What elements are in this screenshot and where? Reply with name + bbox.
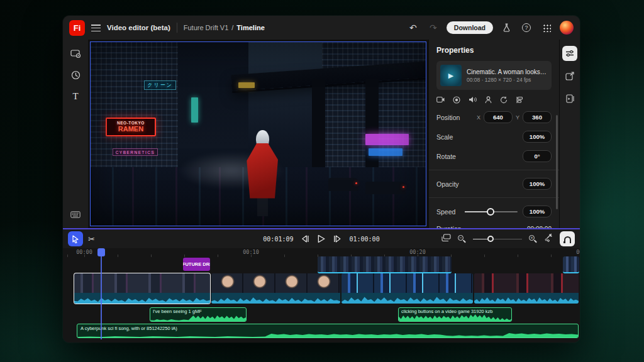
opacity-label: Opacity [436,180,523,188]
opacity-row: Opacity 100% [436,178,552,190]
razor-icon[interactable] [544,233,553,244]
right-toolbar [559,40,580,228]
video-preview-canvas[interactable]: クリーン NEO-TOKYO RAMEN CYBERNETICS [90,41,426,226]
x-axis-label: X [477,114,480,121]
text-clip[interactable]: FUTURE DRI [183,258,210,271]
help-icon[interactable]: ? [519,21,533,35]
video-clip-1[interactable] [74,273,210,304]
media-icon[interactable] [69,47,82,60]
next-frame-icon[interactable] [333,235,342,243]
app-title: Video editor (beta) [107,24,170,31]
timeline[interactable]: 00:00 00:10 00:20 00:30 FUTURE DRI [63,248,580,343]
video-clip-2[interactable] [211,273,340,304]
breadcrumb-project[interactable]: Future Drift V1 [184,24,229,31]
speaker-icon[interactable] [469,96,477,104]
snap-magnet-icon[interactable] [560,231,575,246]
position-y-input[interactable]: 360 [523,111,552,123]
video-clip-3[interactable] [341,273,473,304]
ruler-tick: 00:00 [76,249,92,255]
clip-thumbnail: ▶ [440,65,462,86]
undo-icon[interactable]: ↶ [406,21,420,35]
preview-area: クリーン NEO-TOKYO RAMEN CYBERNETICS [88,40,428,228]
position-row: Position X 640 Y 360 [436,111,552,123]
record-icon[interactable] [453,96,460,104]
text-tool-icon[interactable]: T [69,90,82,102]
scale-label: Scale [436,133,523,141]
position-label: Position [436,114,474,121]
breadcrumb-page: Timeline [236,24,264,31]
timeline-ruler[interactable]: 00:00 00:10 00:20 00:30 [63,248,580,257]
timeline-zoom-slider[interactable] [473,236,522,242]
camera-icon[interactable] [436,96,445,104]
fit-timeline-icon[interactable] [441,233,451,244]
zoom-out-icon[interactable]: − [458,235,466,243]
prev-frame-icon[interactable] [301,235,310,243]
video-frame: クリーン NEO-TOKYO RAMEN CYBERNETICS [91,42,426,226]
properties-tab-icon[interactable] [562,46,577,61]
clip-meta: 00:08 · 1280 × 720 · 24 fps [467,77,548,83]
playhead-line[interactable] [101,249,102,339]
media-doc-icon[interactable] [562,91,577,106]
breadcrumb-separator: / [231,24,233,31]
timeline-zoom-controls: − + [441,231,575,246]
opacity-input[interactable]: 100% [523,178,552,190]
scale-input[interactable]: 100% [523,131,552,143]
audio-clip-1[interactable]: I've been seeing 1 gMF [150,307,247,322]
video-clip-4[interactable] [474,273,579,304]
ruler-tick: 00:30 [576,249,580,255]
ruler-tick: 00:20 [409,249,426,255]
breadcrumb[interactable]: Future Drift V1 / Timeline [184,24,265,31]
redo-icon[interactable]: ↷ [426,21,440,35]
topbar: Fi Video editor (beta) Future Drift V1 /… [63,16,580,40]
speed-slider[interactable] [465,208,518,216]
refresh-icon[interactable] [500,96,508,104]
history-clock-icon[interactable] [69,69,82,81]
total-timecode: 01:00:00 [350,236,380,243]
split-tool-icon[interactable]: ✂ [88,234,95,244]
y-axis-label: Y [516,114,519,121]
audio-clip-2[interactable]: clicking buttons on a video game 31920 k… [398,307,512,322]
export-share-icon[interactable] [562,69,577,84]
properties-title: Properties [436,46,552,55]
clip-card[interactable]: ▶ Cinematic. A woman looks a... v.ffgenv… [436,61,552,90]
speed-input[interactable]: 100% [523,206,552,217]
rotate-row: Rotate 0° [436,150,552,162]
position-x-input[interactable]: 640 [484,111,513,123]
properties-scrollbar[interactable] [556,115,558,209]
hamburger-menu-icon[interactable] [91,25,101,31]
download-button[interactable]: Download [447,21,493,34]
playhead-handle[interactable] [97,248,105,256]
music-clip[interactable]: A cyberpunk sci fi song, with or 8512422… [77,324,579,338]
zoom-in-icon[interactable]: + [529,235,537,243]
app-window: Fi Video editor (beta) Future Drift V1 /… [63,16,580,343]
rotate-input[interactable]: 0° [523,150,552,162]
rotate-label: Rotate [436,153,523,160]
firefly-logo[interactable]: Fi [69,20,85,36]
main-area: T クリーン NEO-TOKYO [63,40,580,228]
person-icon[interactable] [485,96,492,104]
overlay-video-clip[interactable] [318,256,452,273]
transport-bar: ✂ 00:01:09 01:00:00 − + [63,228,580,248]
clip-name: Cinematic. A woman looks a... v.ffgenvid [467,69,548,75]
flask-icon[interactable] [499,21,513,35]
storyboard-icon[interactable] [516,96,523,104]
avatar[interactable] [560,21,574,35]
playback-controls: 00:01:09 01:00:00 [263,234,379,243]
ruler-tick: 00:10 [243,249,259,255]
current-timecode: 00:01:09 [263,236,293,243]
apps-grid-icon[interactable] [540,21,553,35]
left-toolbar: T [63,40,88,228]
speed-row: Speed 100% [436,206,552,217]
clip-actions [436,96,552,104]
overlay-video-clip-small[interactable] [563,256,579,273]
select-tool-button[interactable] [68,231,83,246]
speed-label: Speed [436,208,465,216]
topbar-divider [177,23,177,33]
play-icon[interactable] [318,234,326,243]
keyboard-shortcuts-icon[interactable] [69,208,82,221]
scale-row: Scale 100% [436,131,552,143]
properties-panel: Properties ▶ Cinematic. A woman looks a.… [428,40,559,228]
